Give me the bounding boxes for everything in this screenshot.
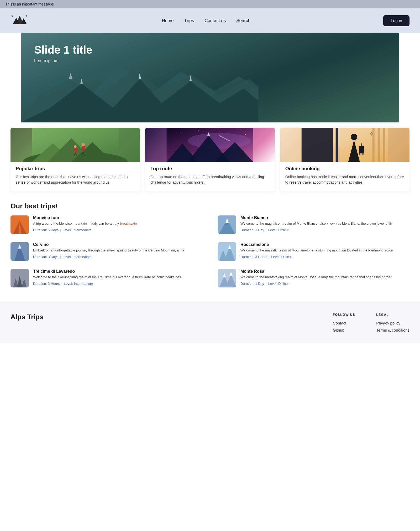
trip-level-tre-cime: Level: Intermediate bbox=[64, 282, 93, 286]
svg-rect-30 bbox=[82, 146, 85, 150]
nav-home[interactable]: Home bbox=[162, 18, 174, 23]
trip-duration-monte-rosa: Duration: 1 Day bbox=[240, 282, 264, 286]
trip-name-cervino: Cervino bbox=[33, 242, 202, 247]
svg-rect-48 bbox=[359, 146, 364, 153]
footer-columns: FOLLOW US Contact Github LEGAL Privacy p… bbox=[333, 313, 410, 335]
footer-follow-heading: FOLLOW US bbox=[333, 313, 355, 317]
footer-github-link[interactable]: Github bbox=[333, 328, 355, 332]
footer-brand: Alps Trips bbox=[10, 313, 44, 321]
trip-meta-monte-bianco: Duration: 1 Day | Level: Difficult bbox=[240, 228, 410, 232]
svg-point-46 bbox=[351, 134, 357, 140]
trip-name-monte-bianco: Monte Bianco bbox=[240, 215, 410, 220]
trip-desc-monte-bianco: Welcome to the magnificent realm of Mont… bbox=[240, 221, 410, 226]
svg-rect-50 bbox=[359, 153, 360, 155]
trips-grid: Monviso tour A trip around the Monviso m… bbox=[10, 215, 410, 292]
trip-duration-monviso: Duration: 5 Days bbox=[33, 228, 59, 232]
svg-point-34 bbox=[219, 131, 219, 132]
trip-name-tre-cime: Tre cime di Lavaredo bbox=[33, 269, 202, 274]
login-button[interactable]: Log in bbox=[383, 15, 410, 26]
nav-search[interactable]: Search bbox=[236, 18, 250, 23]
trip-level-monte-bianco: Level: Difficult bbox=[268, 228, 290, 232]
card-title-route: Top route bbox=[150, 166, 269, 172]
trip-info-tre-cime: Tre cime di Lavaredo Welcome to the awe-… bbox=[33, 269, 202, 286]
trip-item-monviso: Monviso tour A trip around the Monviso m… bbox=[10, 215, 202, 238]
svg-rect-23 bbox=[75, 148, 77, 151]
footer: Alps Trips FOLLOW US Contact Github LEGA… bbox=[0, 302, 420, 343]
trip-info-rocciamelone: Rocciamelone Welcome to the majestic rea… bbox=[240, 242, 410, 259]
svg-text:★: ★ bbox=[25, 14, 28, 17]
svg-marker-11 bbox=[69, 73, 72, 79]
card-body-popular: Popular trips Our best trips are the one… bbox=[10, 162, 140, 192]
card-body-booking: Online booking Online booking has made i… bbox=[280, 162, 410, 192]
card-body-route: Top route Our top route on the mountain … bbox=[145, 162, 275, 192]
trip-thumb-cervino bbox=[10, 242, 29, 261]
svg-rect-53 bbox=[372, 128, 374, 162]
hero-subtitle: Lorem ipsum bbox=[34, 58, 386, 63]
best-trips-heading: Our best trips! bbox=[10, 202, 410, 210]
footer-legal-heading: LEGAL bbox=[376, 313, 410, 317]
trip-meta-monte-rosa: Duration: 1 Day | Level: Difficult bbox=[240, 282, 410, 286]
trip-thumb-rocciamelone bbox=[218, 242, 236, 261]
svg-marker-8 bbox=[80, 79, 83, 84]
trip-name-monviso: Monviso tour bbox=[33, 215, 202, 220]
trip-thumb-monviso bbox=[10, 215, 29, 234]
trip-duration-tre-cime: Duration: 3 Hours bbox=[33, 282, 60, 286]
nav-trips[interactable]: Trips bbox=[184, 18, 194, 23]
trip-info-cervino: Cervino Embark on an unforgettable journ… bbox=[33, 242, 202, 259]
hero-wrapper: ‹ bbox=[0, 33, 420, 122]
trip-thumb-monte-bianco bbox=[218, 215, 236, 234]
svg-point-32 bbox=[180, 133, 180, 133]
header: ★ ★ Home Trips Contact us Search Log in bbox=[0, 8, 420, 33]
trip-item-monte-bianco: Monte Bianco Welcome to the magnificent … bbox=[218, 215, 410, 238]
footer-privacy-link[interactable]: Privacy policy bbox=[376, 321, 410, 325]
card-text-popular: Our best trips are the ones that leave u… bbox=[16, 174, 135, 185]
trip-duration-rocciamelone: Duration: 3 Hours bbox=[240, 255, 267, 259]
trip-level-monte-rosa: Level: Difficult bbox=[268, 282, 290, 286]
trip-item-rocciamelone: Rocciamelone Welcome to the majestic rea… bbox=[218, 242, 410, 265]
trip-meta-monviso: Duration: 5 Days | Level: Intermediate bbox=[33, 228, 202, 232]
card-title-popular: Popular trips bbox=[16, 166, 135, 172]
trip-meta-cervino: Duration: 3 Days | Level: Intermediate bbox=[33, 255, 202, 259]
alert-message: This is an important message! bbox=[5, 2, 54, 6]
svg-point-24 bbox=[82, 143, 85, 146]
trip-duration-monte-bianco: Duration: 1 Day bbox=[240, 228, 264, 232]
footer-contact-link[interactable]: Contact bbox=[333, 321, 355, 325]
svg-rect-54 bbox=[377, 128, 380, 162]
feature-card-online-booking: ✈ Online booking Online booking has made… bbox=[280, 128, 410, 192]
hero-content: Slide 1 title Lorem ipsum bbox=[34, 44, 386, 63]
trip-name-rocciamelone: Rocciamelone bbox=[240, 242, 410, 247]
hero-title: Slide 1 title bbox=[34, 44, 386, 56]
trip-level-rocciamelone: Level: Difficult bbox=[271, 255, 292, 259]
trip-desc-monte-rosa: Welcome to the breathtaking realm of Mon… bbox=[240, 275, 410, 280]
svg-point-35 bbox=[240, 130, 240, 130]
svg-rect-55 bbox=[383, 128, 385, 162]
trip-level-cervino: Level: Intermediate bbox=[62, 255, 92, 259]
trip-thumb-monte-rosa bbox=[218, 269, 236, 287]
trip-meta-rocciamelone: Duration: 3 Hours | Level: Difficult bbox=[240, 255, 410, 259]
nav-contact[interactable]: Contact us bbox=[204, 18, 226, 23]
svg-rect-51 bbox=[362, 153, 363, 155]
trip-desc-monviso: A trip around the Monviso mountain in It… bbox=[33, 221, 202, 226]
trip-desc-rocciamelone: Welcome to the majestic realm of Rocciam… bbox=[240, 248, 410, 253]
card-title-booking: Online booking bbox=[285, 166, 404, 172]
alert-banner: This is an important message! bbox=[0, 0, 420, 8]
card-text-booking: Online booking has made it easier and mo… bbox=[285, 174, 404, 185]
best-trips-section: Our best trips! Monviso tour A trip arou… bbox=[0, 197, 420, 297]
svg-rect-44 bbox=[301, 128, 333, 162]
main-nav: Home Trips Contact us Search bbox=[162, 18, 250, 23]
svg-point-33 bbox=[198, 130, 198, 131]
svg-point-17 bbox=[74, 145, 77, 148]
feature-card-popular-trips: Popular trips Our best trips are the one… bbox=[10, 128, 140, 192]
hero-slider: Slide 1 title Lorem ipsum bbox=[21, 33, 399, 122]
svg-point-36 bbox=[245, 134, 246, 135]
trip-desc-cervino: Embark on an unforgettable journey throu… bbox=[33, 248, 202, 253]
trip-level-monviso: Level: Intermediate bbox=[62, 228, 92, 232]
footer-terms-link[interactable]: Terms & conditions bbox=[376, 328, 410, 332]
feature-cards: Popular trips Our best trips are the one… bbox=[0, 122, 420, 197]
trip-info-monte-bianco: Monte Bianco Welcome to the magnificent … bbox=[240, 215, 410, 232]
footer-follow-us: FOLLOW US Contact Github bbox=[333, 313, 355, 335]
logo[interactable]: ★ ★ bbox=[10, 13, 29, 28]
trip-name-monte-rosa: Monte Rosa bbox=[240, 269, 410, 274]
trip-item-monte-rosa: Monte Rosa Welcome to the breathtaking r… bbox=[218, 269, 410, 292]
trip-desc-tre-cime: Welcome to the awe-inspiring realm of th… bbox=[33, 275, 202, 280]
